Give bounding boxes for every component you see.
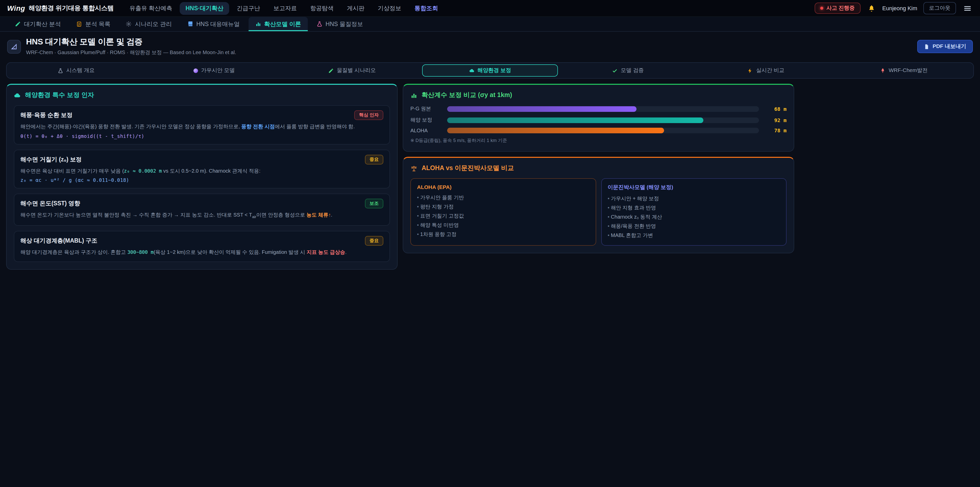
list-item: 가우시안 + 해양 보정 (608, 194, 780, 203)
section-tab-substance-scenarios[interactable]: 물질별 시나리오 (284, 64, 420, 77)
lee-model-feature-list: 가우시안 + 해양 보정 해안 지형 효과 반영 Charnock z₀ 동적 … (608, 194, 780, 240)
bar-track (447, 128, 759, 133)
subtab-analysis-list[interactable]: 분석 목록 (69, 17, 117, 31)
nav-right: 사고 진행중 Eunjeong Kim 로그아웃 (815, 2, 973, 14)
factor-header: 해수면 온도(SST) 영향 보조 (21, 199, 383, 208)
section-tab-realtime-comparison[interactable]: 실시간 비교 (698, 64, 834, 77)
nav-item-reports[interactable]: 보고자료 (268, 2, 302, 14)
factors-card-title: 해양환경 특수 보정 인자 (25, 91, 94, 100)
bar-fill (447, 128, 664, 133)
incident-badge-label: 사고 진행중 (826, 5, 855, 12)
factors-card-header: 해양환경 특수 보정 인자 (14, 91, 390, 100)
subtab-diffusion-model-theory[interactable]: 확산모델 이론 (248, 17, 307, 31)
chart-bar-row: P-G 원본 68 m (410, 105, 787, 112)
nav-item-hns-atmospheric[interactable]: HNS·대기확산 (180, 2, 229, 14)
aloha-panel: ALOHA (EPA) 가우시안 플룸 기반 평탄 지형 가정 표면 거칠기 고… (410, 178, 596, 246)
page-title: HNS 대기확산 모델 이론 및 검증 (26, 37, 236, 48)
nav-item-weather[interactable]: 기상정보 (372, 2, 407, 14)
factor-title: 해풍·육풍 순환 보정 (21, 111, 73, 119)
page-header-left: HNS 대기확산 모델 이론 및 검증 WRF-Chem · Gaussian … (7, 37, 236, 56)
chart-card-header: 확산계수 보정 비교 (σy at 1km) (410, 91, 787, 100)
bar-value: 92 m (764, 117, 787, 123)
factor-description: 해안에서는 주간(해풍)·야간(육풍) 풍향 전환 발생. 기존 가우시안 모델… (21, 123, 383, 131)
app-root: Wing 해양환경 위기대응 통합시스템 유출유 확산예측 HNS·대기확산 긴… (0, 0, 980, 487)
bar-value: 78 m (764, 128, 787, 133)
bar-chart-icon (410, 92, 417, 99)
wing-logo: Wing (7, 4, 25, 12)
section-tab-bar: 시스템 개요 가우시안 모델 물질별 시나리오 해양환경 보정 모델 검증 실시… (6, 62, 974, 79)
sub-tab-bar: 대기확산 분석 분석 목록 시나리오 관리 HNS 대응매뉴얼 확산모델 이론 … (0, 17, 980, 32)
section-tab-wrf-chem[interactable]: WRF-Chem발전 (836, 64, 972, 77)
nav-item-emergency-rescue[interactable]: 긴급구난 (231, 2, 266, 14)
chart-bar-row: 해양 보정 92 m (410, 117, 787, 124)
pencil-icon (15, 21, 21, 27)
main-content: 해양환경 특수 보정 인자 해풍·육풍 순환 보정 핵심 인자 해안에서는 주간… (6, 84, 794, 270)
nav-item-integrated-search[interactable]: 통합조회 (409, 2, 444, 14)
bell-icon (867, 4, 875, 12)
chart-icon (255, 21, 261, 27)
brand-logo[interactable]: Wing 해양환경 위기대응 통합시스템 (7, 4, 114, 13)
subtab-label: HNS 대응매뉴얼 (196, 20, 240, 28)
nav-item-oil-spill[interactable]: 유출유 확산예측 (124, 2, 178, 14)
subtab-atmospheric-analysis[interactable]: 대기확산 분석 (8, 17, 67, 31)
bar-value-unit: m (783, 106, 787, 112)
subtab-scenario-management[interactable]: 시나리오 관리 (119, 17, 178, 31)
chart-note: ※ D등급(중립), 풍속 5 m/s, 풍하거리 1 km 기준 (410, 137, 787, 144)
nav-item-board[interactable]: 게시판 (341, 2, 370, 14)
right-column: 확산계수 보정 비교 (σy at 1km) P-G 원본 68 m 해양 보정… (403, 84, 794, 253)
comparison-grid: ALOHA (EPA) 가우시안 플룸 기반 평탄 지형 가정 표면 거칠기 고… (410, 178, 787, 246)
bar-label: ALOHA (410, 128, 442, 133)
page-header: HNS 대기확산 모델 이론 및 검증 WRF-Chem · Gaussian … (0, 32, 980, 61)
section-tab-model-validation[interactable]: 모델 검증 (560, 64, 696, 77)
document-icon (924, 44, 929, 49)
pdf-export-label: PDF 내보내기 (932, 43, 966, 50)
bar-track (447, 117, 759, 123)
factor-badge: 핵심 인자 (355, 110, 383, 120)
aloha-feature-list: 가우시안 플룸 기반 평탄 지형 가정 표면 거칠기 고정값 해양 특성 미반영… (417, 193, 589, 239)
subtab-hns-response-manual[interactable]: HNS 대응매뉴얼 (180, 17, 246, 31)
gaussian-dot-icon (193, 68, 198, 73)
logout-button[interactable]: 로그아웃 (923, 2, 956, 14)
aloha-panel-title: ALOHA (EPA) (417, 184, 589, 190)
bar-value-number: 68 (774, 106, 780, 112)
factor-formula: θ(t) = θ₀ + Δθ · sigmoid((t - t_shift)/τ… (21, 133, 383, 139)
factor-title: 해상 대기경계층(MABL) 구조 (21, 237, 97, 245)
factor-formula: z₀ = αc · u*² / g (αc ≈ 0.011~0.018) (21, 177, 383, 183)
page-subtitle: WRF-Chem · Gaussian Plume/Puff · ROMS · … (26, 49, 236, 56)
incident-status-badge[interactable]: 사고 진행중 (815, 3, 860, 14)
bar-value-number: 78 (774, 128, 780, 133)
model-comparison-card: ALOHA vs 이문진박사모델 비교 ALOHA (EPA) 가우시안 플룸 … (403, 157, 794, 253)
notifications-button[interactable] (866, 3, 876, 13)
subtab-label: HNS 물질정보 (326, 20, 363, 28)
section-tab-label: WRF-Chem발전 (889, 67, 928, 74)
bar-value-unit: m (783, 128, 787, 133)
section-tab-system-overview[interactable]: 시스템 개요 (8, 64, 144, 77)
dispersion-coefficient-chart-card: 확산계수 보정 비교 (σy at 1km) P-G 원본 68 m 해양 보정… (403, 84, 794, 152)
list-item: 해양 특성 미반영 (417, 220, 589, 230)
section-tab-label: 모델 검증 (621, 67, 644, 74)
list-icon (76, 21, 82, 27)
factor-header: 해풍·육풍 순환 보정 핵심 인자 (21, 110, 383, 120)
section-tab-marine-correction[interactable]: 해양환경 보정 (422, 64, 558, 77)
subtab-label: 대기확산 분석 (24, 20, 61, 28)
cloud-icon (14, 92, 21, 99)
bar-label: P-G 원본 (410, 105, 442, 112)
pdf-export-button[interactable]: PDF 내보내기 (917, 40, 973, 53)
book-icon (187, 21, 193, 27)
set-square-icon (7, 40, 21, 53)
bar-value-unit: m (783, 117, 787, 123)
nav-item-aerial-search[interactable]: 항공탐색 (304, 2, 339, 14)
factor-card-sst-influence: 해수면 온도(SST) 영향 보조 해수면 온도가 기온보다 높으면 열적 불안… (14, 193, 390, 225)
section-tab-gaussian-model[interactable]: 가우시안 모델 (146, 64, 282, 77)
top-nav: Wing 해양환경 위기대응 통합시스템 유출유 확산예측 HNS·대기확산 긴… (0, 0, 980, 17)
factor-badge: 보조 (365, 199, 383, 208)
factor-title: 해수면 온도(SST) 영향 (21, 200, 80, 208)
list-item: MABL 혼합고 가변 (608, 231, 780, 240)
rocket-icon (880, 68, 886, 73)
hamburger-icon (963, 4, 972, 13)
factor-description: 해수면은 육상 대비 표면 거칠기가 매우 낮음 (z₀ ≈ 0.0002 m … (21, 167, 383, 175)
app-title: 해양환경 위기대응 통합시스템 (29, 4, 114, 13)
subtab-hns-substance-info[interactable]: HNS 물질정보 (310, 17, 370, 31)
hamburger-menu-button[interactable] (962, 3, 973, 14)
comparison-card-title: ALOHA vs 이문진박사모델 비교 (422, 164, 514, 172)
